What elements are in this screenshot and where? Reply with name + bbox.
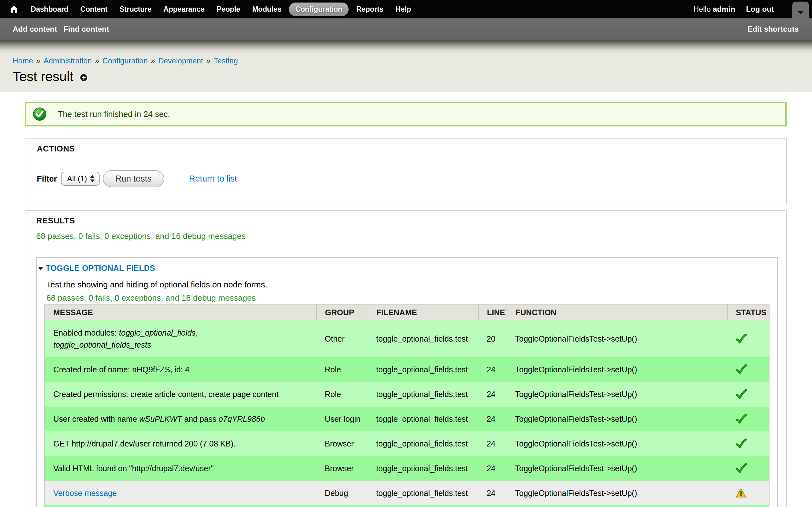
shortcut-item-add-content[interactable]: Add content (13, 25, 57, 34)
toolbar-item-help[interactable]: Help (391, 3, 415, 16)
cell-group: Debug (316, 481, 368, 505)
run-tests-button[interactable]: Run tests (103, 170, 164, 187)
toolbar-user-area: Hello admin Log out (693, 0, 774, 18)
cell-function: ToggleOptionalFieldsTest->setUp() (507, 481, 727, 505)
pass-check-icon (735, 389, 747, 399)
return-to-list-link[interactable]: Return to list (189, 174, 237, 184)
edit-shortcuts-link[interactable]: Edit shortcuts (748, 25, 799, 34)
message-text: , (196, 328, 198, 337)
cell-status (727, 406, 769, 431)
toolbar-item-configuration[interactable]: Configuration (289, 3, 349, 16)
filter-select[interactable]: All (1) (61, 172, 100, 186)
pass-check-icon (735, 439, 747, 449)
pass-check-icon (735, 364, 747, 375)
cell-function: ToggleOptionalFieldsTest->setUp() (507, 320, 727, 357)
col-header-status: STATUS (727, 304, 769, 320)
cell-function: ToggleOptionalFieldsTest->setUp() (507, 431, 727, 456)
col-header-filename: FILENAME (368, 304, 478, 320)
cell-group: Other (316, 320, 368, 357)
cell-message: Verbose message (45, 481, 316, 505)
table-header-row: MESSAGE GROUP FILENAME LINE FUNCTION STA… (45, 304, 769, 320)
breadcrumb: Home»Administration»Configuration»Develo… (13, 56, 238, 65)
home-icon[interactable] (7, 0, 21, 18)
breadcrumb-separator: » (151, 56, 155, 65)
page-title: Test result (13, 69, 73, 84)
breadcrumb-link-development[interactable]: Development (158, 56, 203, 65)
status-message-text: The test run finished in 24 sec. (58, 108, 779, 120)
breadcrumb-link-home[interactable]: Home (13, 56, 33, 65)
cell-group: Role (316, 357, 368, 382)
toolbar-item-dashboard[interactable]: Dashboard (26, 3, 72, 16)
breadcrumb-link-testing[interactable]: Testing (214, 56, 238, 65)
cell-message: Enabled modules: toggle_optional_fields,… (45, 320, 316, 357)
breadcrumb-link-administration[interactable]: Administration (44, 56, 92, 65)
result-row: Verbose messageDebugtoggle_optional_fiel… (45, 481, 769, 505)
collapse-arrow-icon (38, 267, 43, 270)
status-message: The test run finished in 24 sec. (25, 102, 786, 126)
status-ok-icon (33, 107, 46, 121)
actions-legend: ACTIONS (37, 144, 774, 154)
cell-status (727, 431, 769, 456)
toolbar-item-appearance[interactable]: Appearance (159, 3, 209, 16)
message-text: Valid HTML found on "http://drupal7.dev/… (53, 464, 214, 473)
toolbar-item-people[interactable]: People (212, 3, 245, 16)
toolbar-shadow (0, 41, 812, 53)
page: DashboardContentStructureAppearancePeopl… (0, 0, 812, 507)
emphasized-text: o7qYRL986b (218, 414, 265, 424)
message-text: Created role of name: nHQ9fFZS, id: 4 (53, 365, 189, 374)
admin-toolbar: DashboardContentStructureAppearancePeopl… (0, 0, 812, 18)
test-group-summary: 68 passes, 0 fails, 0 exceptions, and 16… (46, 292, 768, 304)
result-row: Valid HTML found on "http://drupal7.dev/… (45, 456, 769, 481)
col-header-function: FUNCTION (507, 304, 727, 320)
results-fieldset: RESULTS 68 passes, 0 fails, 0 exceptions… (25, 210, 786, 507)
toolbar-item-reports[interactable]: Reports (352, 3, 388, 16)
cell-filename (368, 505, 478, 507)
cell-filename: toggle_optional_fields.test (368, 431, 478, 456)
cell-status (727, 481, 769, 505)
pass-check-icon (735, 414, 747, 424)
cell-message: Created permissions: create article cont… (45, 382, 316, 406)
pass-check-icon (735, 334, 747, 344)
cell-status (727, 357, 769, 382)
result-row: GET http://drupal7.dev/user returned 200… (45, 431, 769, 456)
results-legend: RESULTS (36, 216, 778, 226)
cell-message (45, 505, 316, 507)
cell-filename: toggle_optional_fields.test (368, 357, 478, 382)
cell-line: 24 (478, 431, 507, 456)
cell-function: ToggleOptionalFieldsTest->setUp() (507, 406, 727, 431)
cell-group: Browser (316, 456, 368, 481)
breadcrumb-link-configuration[interactable]: Configuration (102, 56, 148, 65)
cell-group: User login (316, 406, 368, 431)
cell-message: Created role of name: nHQ9fFZS, id: 4 (45, 357, 316, 382)
cell-filename: toggle_optional_fields.test (368, 406, 478, 431)
cell-function: ToggleOptionalFieldsTest->setUp() (507, 456, 727, 481)
shortcuts-bar: Add content Find contentEdit shortcuts (0, 18, 812, 41)
main-content: The test run finished in 24 sec. ACTIONS… (0, 92, 812, 507)
cell-filename: toggle_optional_fields.test (368, 320, 478, 357)
cell-line: 24 (478, 357, 507, 382)
message-text: Created permissions: create article cont… (53, 390, 278, 399)
toolbar-item-structure[interactable]: Structure (115, 3, 156, 16)
filter-select-value: All (1) (67, 174, 87, 183)
debug-warning-icon (735, 488, 746, 498)
col-header-group: GROUP (316, 304, 368, 320)
cell-group: Role (316, 382, 368, 406)
verbose-message-link[interactable]: Verbose message (53, 489, 117, 498)
breadcrumb-separator: » (206, 56, 210, 65)
shortcut-item-find-content[interactable]: Find content (63, 25, 109, 34)
logout-link[interactable]: Log out (746, 5, 774, 14)
breadcrumb-separator: » (36, 56, 40, 65)
test-group-description: Test the showing and hiding of optional … (46, 279, 768, 291)
select-arrows-icon (90, 175, 95, 182)
toolbar-drawer-toggle-button[interactable] (792, 2, 809, 18)
test-group-title-link[interactable]: TOGGLE OPTIONAL FIELDS (46, 264, 155, 273)
message-text: and pass (182, 414, 218, 424)
cell-filename: toggle_optional_fields.test (368, 456, 478, 481)
cell-filename: toggle_optional_fields.test (368, 481, 478, 505)
cell-line: 24 (478, 382, 507, 406)
message-text: GET http://drupal7.dev/user returned 200… (53, 439, 236, 448)
toolbar-item-modules[interactable]: Modules (248, 3, 286, 16)
contextual-add-icon[interactable] (80, 74, 87, 81)
toolbar-item-content[interactable]: Content (76, 3, 112, 16)
result-row: User created with name wSuPLKWT and pass… (45, 406, 769, 431)
